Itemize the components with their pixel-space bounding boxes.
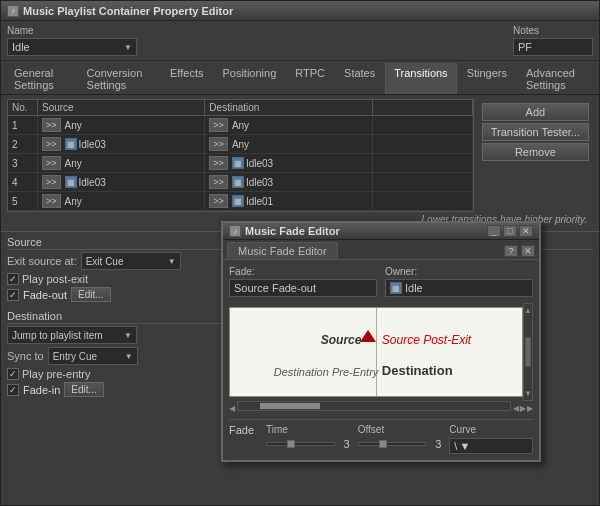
fade-in-edit-btn[interactable]: Edit...	[64, 382, 104, 397]
fade-scrollbar-v[interactable]: ▲ ▼	[523, 303, 533, 401]
sync-to-label: Sync to	[7, 350, 44, 362]
row1-extra	[373, 116, 473, 134]
curve-section: Curve \ ▼	[449, 424, 533, 454]
row5-dest-expand-btn[interactable]: >>	[209, 194, 228, 208]
time-slider-thumb[interactable]	[287, 440, 295, 448]
tab-advanced-settings[interactable]: Advanced Settings	[517, 63, 595, 94]
row3-source: >>Any	[38, 154, 205, 172]
tab-transitions[interactable]: Transitions	[385, 63, 456, 94]
fade-editor-close-btn[interactable]: ✕	[519, 225, 533, 237]
scroll-right-icon[interactable]: ◀	[513, 404, 519, 413]
curve-arrow-icon: ▼	[459, 440, 470, 452]
fade-in-label: Fade-in	[23, 384, 60, 396]
table-area: No. Source Destination 1 >>Any >>Any	[7, 99, 593, 212]
fade-dest-label: Destination	[382, 363, 453, 378]
row3-dest-expand-btn[interactable]: >>	[209, 156, 228, 170]
fade-visual-row: Source Source Post-Exit Destination Pre-…	[229, 303, 533, 401]
notes-input[interactable]	[513, 38, 593, 56]
row2-dest-expand-btn[interactable]: >>	[209, 137, 228, 151]
owner-field: Owner: ▦ Idle	[385, 266, 533, 297]
tab-effects[interactable]: Effects	[161, 63, 212, 94]
fade-editor-minimize-btn[interactable]: _	[487, 225, 501, 237]
row4-dest: >> ▦Idle03	[205, 173, 372, 191]
row3-expand-btn[interactable]: >>	[42, 156, 61, 170]
scroll-up-icon[interactable]: ▲	[524, 306, 532, 315]
table-buttons: Add Transition Tester... Remove	[478, 99, 593, 212]
table-row[interactable]: 1 >>Any >>Any	[8, 116, 473, 135]
row1-expand-btn[interactable]: >>	[42, 118, 61, 132]
fade-editor-title-text: Music Fade Editor	[245, 225, 340, 237]
tab-general-settings[interactable]: General Settings	[5, 63, 77, 94]
fade-editor-tab[interactable]: Music Fade Editor	[227, 242, 338, 259]
fade-field: Fade: Source Fade-out	[229, 266, 377, 297]
tab-states[interactable]: States	[335, 63, 384, 94]
fade-bottom-title: Fade	[229, 424, 254, 436]
exit-source-combo[interactable]: Exit Cue ▼	[81, 252, 181, 270]
row2-no: 2	[8, 135, 38, 153]
tab-stingers[interactable]: Stingers	[458, 63, 516, 94]
transition-tester-button[interactable]: Transition Tester...	[482, 123, 589, 141]
notes-group: Notes	[513, 25, 593, 56]
jump-to-combo[interactable]: Jump to playlist item ▼	[7, 326, 137, 344]
scroll-end-icon[interactable]: ▶	[527, 404, 533, 413]
row2-source-icon: ▦	[65, 138, 77, 150]
row3-dest: >> ▦Idle03	[205, 154, 372, 172]
fade-hscrollbar[interactable]	[237, 401, 511, 411]
name-combo[interactable]: Idle ▼	[7, 38, 137, 56]
sync-to-value: Entry Cue	[53, 351, 97, 362]
play-pre-entry-label: Play pre-entry	[22, 368, 90, 380]
scroll-left-icon[interactable]: ◀	[229, 404, 235, 413]
fade-visual-area: Source Source Post-Exit Destination Pre-…	[229, 307, 523, 397]
col-no: No.	[8, 100, 38, 115]
row1-dest-expand-btn[interactable]: >>	[209, 118, 228, 132]
tab-positioning[interactable]: Positioning	[213, 63, 285, 94]
remove-button[interactable]: Remove	[482, 143, 589, 161]
table-row[interactable]: 5 >>Any >> ▦Idle01	[8, 192, 473, 211]
row4-extra	[373, 173, 473, 191]
table-row[interactable]: 2 >> ▦Idle03 >>Any	[8, 135, 473, 154]
time-value: 3	[338, 438, 350, 450]
row4-dest-expand-btn[interactable]: >>	[209, 175, 228, 189]
row4-source-icon: ▦	[65, 176, 77, 188]
fade-label: Fade:	[229, 266, 377, 277]
fade-in-checkbox[interactable]	[7, 384, 19, 396]
scroll-thumb[interactable]	[525, 337, 531, 367]
table-row[interactable]: 4 >> ▦Idle03 >> ▦Idle03	[8, 173, 473, 192]
time-slider[interactable]	[266, 442, 335, 446]
fade-editor-maximize-btn[interactable]: □	[503, 225, 517, 237]
hscroll-thumb[interactable]	[260, 403, 320, 409]
offset-slider-thumb[interactable]	[379, 440, 387, 448]
curve-label: Curve	[449, 424, 533, 435]
tab-conversion-settings[interactable]: Conversion Settings	[78, 63, 160, 94]
play-pre-entry-checkbox[interactable]	[7, 368, 19, 380]
jump-to-arrow-icon: ▼	[124, 331, 132, 340]
table-row[interactable]: 3 >>Any >> ▦Idle03	[8, 154, 473, 173]
table-header: No. Source Destination	[7, 99, 474, 115]
scroll-down-icon[interactable]: ▼	[524, 389, 532, 398]
offset-slider[interactable]	[358, 442, 427, 446]
name-label: Name	[7, 25, 137, 36]
curve-select[interactable]: \ ▼	[449, 438, 533, 454]
fade-out-checkbox[interactable]	[7, 289, 19, 301]
table-body: 1 >>Any >>Any 2 >> ▦I	[7, 115, 474, 212]
fade-editor-help-btn[interactable]: ?	[504, 245, 518, 257]
offset-section: Offset 3	[358, 424, 442, 450]
scroll-right2-icon[interactable]: ▶	[520, 404, 526, 413]
row2-expand-btn[interactable]: >>	[42, 137, 61, 151]
tab-rtpc[interactable]: RTPC	[286, 63, 334, 94]
row5-expand-btn[interactable]: >>	[42, 194, 61, 208]
row3-extra	[373, 154, 473, 172]
fade-editor-tab-close-btn[interactable]: ✕	[521, 245, 535, 257]
owner-value: ▦ Idle	[385, 279, 533, 297]
name-group: Name Idle ▼	[7, 25, 137, 56]
row4-no: 4	[8, 173, 38, 191]
name-notes-row: Name Idle ▼ Notes	[1, 21, 599, 61]
play-post-exit-label: Play post-exit	[22, 273, 88, 285]
play-post-exit-checkbox[interactable]	[7, 273, 19, 285]
add-button[interactable]: Add	[482, 103, 589, 121]
sync-to-combo[interactable]: Entry Cue ▼	[48, 347, 138, 365]
col-dest: Destination	[205, 100, 372, 115]
time-section: Time 3	[266, 424, 350, 450]
row4-expand-btn[interactable]: >>	[42, 175, 61, 189]
fade-out-edit-btn[interactable]: Edit...	[71, 287, 111, 302]
